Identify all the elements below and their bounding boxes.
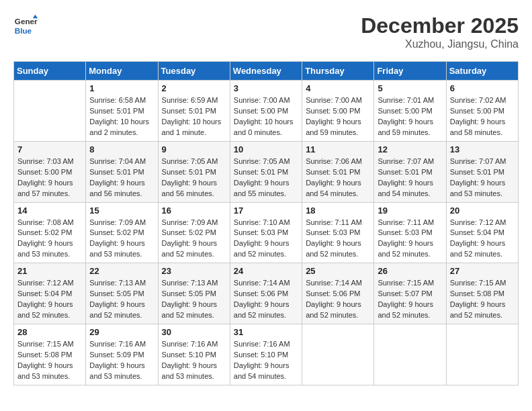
calendar-cell: 14Sunrise: 7:08 AMSunset: 5:02 PMDayligh… — [14, 202, 86, 263]
day-detail: Sunrise: 7:08 AMSunset: 5:02 PMDaylight:… — [17, 218, 82, 261]
day-detail: Sunrise: 7:13 AMSunset: 5:05 PMDaylight:… — [162, 278, 226, 321]
logo-icon: General Blue — [13, 13, 38, 38]
calendar-cell: 24Sunrise: 7:14 AMSunset: 5:06 PMDayligh… — [230, 263, 302, 324]
calendar-cell: 7Sunrise: 7:03 AMSunset: 5:00 PMDaylight… — [14, 141, 86, 202]
calendar-cell: 27Sunrise: 7:15 AMSunset: 5:08 PMDayligh… — [446, 263, 518, 324]
day-detail: Sunrise: 7:14 AMSunset: 5:06 PMDaylight:… — [306, 278, 370, 321]
calendar-cell: 1Sunrise: 6:58 AMSunset: 5:01 PMDaylight… — [86, 81, 158, 142]
weekday-header-tuesday: Tuesday — [158, 62, 230, 81]
calendar-cell: 18Sunrise: 7:11 AMSunset: 5:03 PMDayligh… — [302, 202, 374, 263]
day-number: 14 — [17, 205, 82, 216]
calendar-cell — [446, 324, 518, 385]
day-number: 17 — [234, 205, 298, 216]
page-subtitle: Xuzhou, Jiangsu, China — [361, 38, 519, 50]
day-number: 24 — [234, 266, 298, 276]
title-block: December 2025 Xuzhou, Jiangsu, China — [361, 13, 519, 50]
day-detail: Sunrise: 7:11 AMSunset: 5:03 PMDaylight:… — [378, 218, 442, 261]
calendar-cell: 28Sunrise: 7:15 AMSunset: 5:08 PMDayligh… — [14, 324, 86, 385]
day-number: 25 — [306, 266, 370, 276]
weekday-header-friday: Friday — [374, 62, 446, 81]
calendar-cell: 19Sunrise: 7:11 AMSunset: 5:03 PMDayligh… — [374, 202, 446, 263]
calendar-cell: 9Sunrise: 7:05 AMSunset: 5:01 PMDaylight… — [158, 141, 230, 202]
weekday-header-saturday: Saturday — [446, 62, 518, 81]
calendar-cell: 25Sunrise: 7:14 AMSunset: 5:06 PMDayligh… — [302, 263, 374, 324]
day-detail: Sunrise: 7:00 AMSunset: 5:00 PMDaylight:… — [306, 95, 370, 138]
day-number: 30 — [162, 327, 226, 337]
logo: General Blue — [13, 13, 38, 38]
calendar-cell: 20Sunrise: 7:12 AMSunset: 5:04 PMDayligh… — [446, 202, 518, 263]
day-detail: Sunrise: 7:05 AMSunset: 5:01 PMDaylight:… — [162, 156, 226, 199]
day-detail: Sunrise: 7:02 AMSunset: 5:00 PMDaylight:… — [450, 95, 515, 138]
weekday-header-thursday: Thursday — [302, 62, 374, 81]
day-number: 26 — [378, 266, 442, 276]
day-detail: Sunrise: 7:04 AMSunset: 5:01 PMDaylight:… — [89, 156, 154, 199]
day-number: 8 — [89, 144, 154, 154]
day-number: 12 — [378, 144, 442, 154]
day-detail: Sunrise: 7:16 AMSunset: 5:10 PMDaylight:… — [162, 339, 226, 382]
page-header: General Blue December 2025 Xuzhou, Jiang… — [13, 13, 519, 50]
day-number: 20 — [450, 205, 515, 216]
day-detail: Sunrise: 7:07 AMSunset: 5:01 PMDaylight:… — [450, 156, 515, 199]
weekday-header-wednesday: Wednesday — [230, 62, 302, 81]
calendar-cell: 13Sunrise: 7:07 AMSunset: 5:01 PMDayligh… — [446, 141, 518, 202]
day-detail: Sunrise: 7:16 AMSunset: 5:10 PMDaylight:… — [234, 339, 298, 382]
day-detail: Sunrise: 7:15 AMSunset: 5:08 PMDaylight:… — [17, 339, 82, 382]
calendar-cell: 22Sunrise: 7:13 AMSunset: 5:05 PMDayligh… — [86, 263, 158, 324]
calendar-cell — [302, 324, 374, 385]
calendar-cell: 29Sunrise: 7:16 AMSunset: 5:09 PMDayligh… — [86, 324, 158, 385]
day-detail: Sunrise: 7:14 AMSunset: 5:06 PMDaylight:… — [234, 278, 298, 321]
day-number: 31 — [234, 327, 298, 337]
weekday-header-sunday: Sunday — [14, 62, 86, 81]
calendar-cell: 17Sunrise: 7:10 AMSunset: 5:03 PMDayligh… — [230, 202, 302, 263]
day-number: 2 — [162, 83, 226, 93]
calendar-cell: 26Sunrise: 7:15 AMSunset: 5:07 PMDayligh… — [374, 263, 446, 324]
day-detail: Sunrise: 7:00 AMSunset: 5:00 PMDaylight:… — [234, 95, 298, 138]
day-detail: Sunrise: 7:06 AMSunset: 5:01 PMDaylight:… — [306, 156, 370, 199]
calendar-cell: 23Sunrise: 7:13 AMSunset: 5:05 PMDayligh… — [158, 263, 230, 324]
day-detail: Sunrise: 7:16 AMSunset: 5:09 PMDaylight:… — [89, 339, 154, 382]
calendar-cell: 6Sunrise: 7:02 AMSunset: 5:00 PMDaylight… — [446, 81, 518, 142]
day-detail: Sunrise: 7:09 AMSunset: 5:02 PMDaylight:… — [89, 218, 154, 261]
calendar-cell: 3Sunrise: 7:00 AMSunset: 5:00 PMDaylight… — [230, 81, 302, 142]
day-number: 10 — [234, 144, 298, 154]
weekday-header-monday: Monday — [86, 62, 158, 81]
day-detail: Sunrise: 7:11 AMSunset: 5:03 PMDaylight:… — [306, 218, 370, 261]
calendar-cell: 21Sunrise: 7:12 AMSunset: 5:04 PMDayligh… — [14, 263, 86, 324]
day-number: 19 — [378, 205, 442, 216]
day-number: 3 — [234, 83, 298, 93]
day-detail: Sunrise: 7:09 AMSunset: 5:02 PMDaylight:… — [162, 218, 226, 261]
calendar-cell: 8Sunrise: 7:04 AMSunset: 5:01 PMDaylight… — [86, 141, 158, 202]
calendar-cell — [14, 81, 86, 142]
day-detail: Sunrise: 7:10 AMSunset: 5:03 PMDaylight:… — [234, 218, 298, 261]
day-number: 13 — [450, 144, 515, 154]
calendar-cell: 5Sunrise: 7:01 AMSunset: 5:00 PMDaylight… — [374, 81, 446, 142]
day-detail: Sunrise: 7:03 AMSunset: 5:00 PMDaylight:… — [17, 156, 82, 199]
day-detail: Sunrise: 7:15 AMSunset: 5:07 PMDaylight:… — [378, 278, 442, 321]
day-number: 5 — [378, 83, 442, 93]
day-number: 7 — [17, 144, 82, 154]
calendar-cell: 31Sunrise: 7:16 AMSunset: 5:10 PMDayligh… — [230, 324, 302, 385]
day-number: 11 — [306, 144, 370, 154]
day-number: 4 — [306, 83, 370, 93]
calendar-cell: 2Sunrise: 6:59 AMSunset: 5:01 PMDaylight… — [158, 81, 230, 142]
day-number: 28 — [17, 327, 82, 337]
calendar-cell: 4Sunrise: 7:00 AMSunset: 5:00 PMDaylight… — [302, 81, 374, 142]
calendar-cell: 11Sunrise: 7:06 AMSunset: 5:01 PMDayligh… — [302, 141, 374, 202]
day-detail: Sunrise: 6:59 AMSunset: 5:01 PMDaylight:… — [162, 95, 226, 138]
svg-text:Blue: Blue — [15, 26, 32, 35]
day-detail: Sunrise: 7:13 AMSunset: 5:05 PMDaylight:… — [89, 278, 154, 321]
day-number: 18 — [306, 205, 370, 216]
calendar-cell: 30Sunrise: 7:16 AMSunset: 5:10 PMDayligh… — [158, 324, 230, 385]
day-detail: Sunrise: 7:07 AMSunset: 5:01 PMDaylight:… — [378, 156, 442, 199]
calendar-cell: 10Sunrise: 7:05 AMSunset: 5:01 PMDayligh… — [230, 141, 302, 202]
calendar-cell: 15Sunrise: 7:09 AMSunset: 5:02 PMDayligh… — [86, 202, 158, 263]
day-detail: Sunrise: 7:12 AMSunset: 5:04 PMDaylight:… — [450, 218, 515, 261]
day-number: 22 — [89, 266, 154, 276]
day-detail: Sunrise: 6:58 AMSunset: 5:01 PMDaylight:… — [89, 95, 154, 138]
day-number: 15 — [89, 205, 154, 216]
day-detail: Sunrise: 7:05 AMSunset: 5:01 PMDaylight:… — [234, 156, 298, 199]
day-detail: Sunrise: 7:01 AMSunset: 5:00 PMDaylight:… — [378, 95, 442, 138]
day-detail: Sunrise: 7:12 AMSunset: 5:04 PMDaylight:… — [17, 278, 82, 321]
day-number: 6 — [450, 83, 515, 93]
day-number: 1 — [89, 83, 154, 93]
